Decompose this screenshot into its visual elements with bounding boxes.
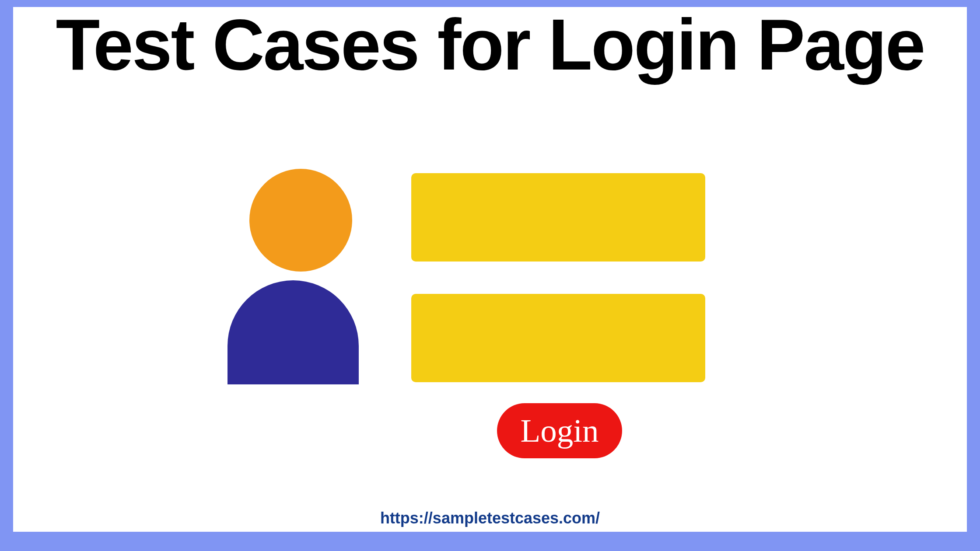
- footer-url: https://sampletestcases.com/: [13, 509, 967, 527]
- username-input[interactable]: [411, 173, 705, 262]
- login-fields: [411, 169, 705, 382]
- user-icon-body: [228, 280, 359, 384]
- page-title: Test Cases for Login Page: [13, 7, 967, 83]
- user-icon: [228, 169, 359, 383]
- login-button[interactable]: Login: [497, 403, 622, 458]
- password-input[interactable]: [411, 294, 705, 382]
- content-frame: Test Cases for Login Page Login https://…: [13, 7, 967, 532]
- user-icon-head: [249, 169, 352, 272]
- login-visual-group: [228, 169, 705, 383]
